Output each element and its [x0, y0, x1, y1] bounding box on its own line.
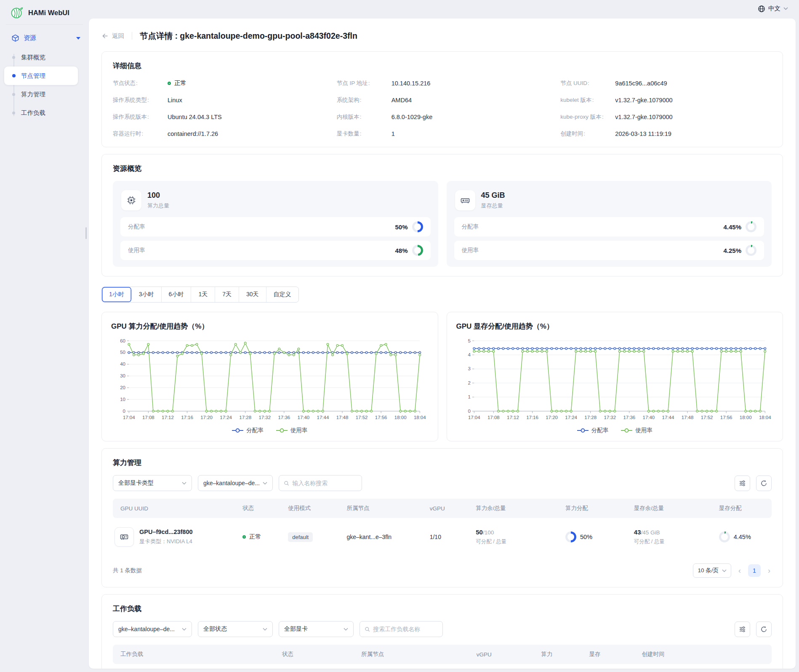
- svg-text:17:04: 17:04: [468, 415, 480, 420]
- app-logo[interactable]: HAMi WebUI: [0, 0, 89, 24]
- detail-field-label: 容器运行时: [113, 130, 168, 138]
- gpu-table-row[interactable]: GPU–f9cd...23f800 显卡类型：NVIDIA L4 正常 defa…: [113, 518, 772, 556]
- time-tab-30天[interactable]: 30天: [239, 287, 266, 302]
- workload-status-select[interactable]: 全部状态: [198, 621, 273, 637]
- svg-text:0: 0: [123, 409, 125, 414]
- metric-value: 4.45%: [723, 223, 741, 231]
- chart-card: GPU 显存分配/使用趋势（%）01234517:0417:0817:1217:…: [447, 312, 783, 441]
- column-header-显存余/总量: 显存余/总量: [628, 499, 713, 518]
- legend-item-分配率[interactable]: 分配率: [577, 427, 609, 434]
- timeline-dot: [12, 74, 16, 77]
- workload-node-select[interactable]: gke–kantaloupe–de...: [113, 621, 192, 637]
- workload-gpu-select[interactable]: 全部显卡: [279, 621, 354, 637]
- workload-search-input[interactable]: [373, 626, 438, 632]
- refresh-button[interactable]: [756, 622, 772, 637]
- legend-item-使用率[interactable]: 使用率: [276, 427, 308, 434]
- svg-text:17:28: 17:28: [584, 415, 597, 420]
- usage-mode-tag: default: [288, 532, 313, 542]
- time-tab-7天[interactable]: 7天: [215, 287, 239, 302]
- svg-text:20: 20: [120, 385, 125, 390]
- legend-label: 分配率: [591, 427, 609, 434]
- resource-overview-title: 资源概览: [113, 164, 772, 173]
- svg-text:17:28: 17:28: [239, 415, 251, 420]
- metric-donut-icon: [746, 245, 756, 256]
- column-header-使用模式: 使用模式: [282, 499, 341, 518]
- sidebar-item-3[interactable]: 工作负载: [4, 104, 78, 122]
- legend-item-分配率[interactable]: 分配率: [232, 427, 264, 434]
- column-header-显存分配: 显存分配: [713, 499, 772, 518]
- svg-text:17:48: 17:48: [336, 415, 349, 420]
- svg-text:17:12: 17:12: [507, 415, 519, 420]
- page-number-button[interactable]: 1: [748, 564, 761, 577]
- workload-table-row[interactable]: gpuburn–...–lb77m 运行中 gke–kant...e–3fln …: [113, 664, 772, 669]
- legend-marker-icon: [577, 428, 589, 433]
- node-select[interactable]: gke–kantaloupe–de...: [198, 475, 273, 491]
- page-size-select[interactable]: 10 条/页: [693, 563, 731, 578]
- charts-row: GPU 算力分配/使用趋势（%）010203040506017:0417:081…: [101, 312, 783, 441]
- metric-label: 分配率: [128, 223, 145, 231]
- top-bar: 中文: [0, 0, 799, 19]
- sidebar-item-2[interactable]: 算力管理: [4, 85, 78, 104]
- time-tab-6小时[interactable]: 6小时: [162, 287, 192, 302]
- gpu-type-select-value: 全部显卡类型: [118, 479, 154, 487]
- refresh-icon: [760, 480, 767, 487]
- gpu-uuid[interactable]: GPU–f9cd...23f800: [139, 529, 193, 535]
- column-settings-button[interactable]: [735, 475, 750, 491]
- legend-label: 使用率: [290, 427, 308, 434]
- status-ring-icon: [168, 82, 171, 85]
- detail-field-3: 操作系统类型Linux: [113, 96, 324, 104]
- caret-down-icon: [76, 37, 80, 40]
- chevron-down-icon: [182, 482, 186, 485]
- legend-item-使用率[interactable]: 使用率: [621, 427, 653, 434]
- time-range-tabs: 1小时3小时6小时1天7天30天自定义: [101, 287, 299, 303]
- status-ring-icon: [242, 535, 246, 539]
- time-tab-自定义[interactable]: 自定义: [266, 287, 298, 302]
- time-tab-1天[interactable]: 1天: [191, 287, 215, 302]
- gpu-table-header-row: GPU UUID状态使用模式所属节点vGPU算力余/总量算力分配显存余/总量显存…: [113, 499, 772, 518]
- sidebar-item-1[interactable]: 节点管理: [4, 66, 78, 85]
- gpu-search-box: [279, 475, 362, 491]
- compute-remain-caption: 可分配 / 总量: [476, 538, 554, 545]
- compute-management-title: 算力管理: [113, 458, 772, 467]
- compute-total: /100: [483, 529, 494, 536]
- detail-field-1: 节点 IP 地址10.140.15.216: [337, 79, 548, 87]
- svg-text:17:08: 17:08: [487, 415, 500, 420]
- sidebar-resize-handle[interactable]: [85, 227, 87, 239]
- refresh-button[interactable]: [756, 475, 772, 491]
- time-tab-3小时[interactable]: 3小时: [132, 287, 162, 302]
- workload-card: 工作负载 gke–kantaloupe–de... 全部状态 全部显卡: [101, 594, 783, 669]
- main-content: 返回 节点详情 : gke-kantaloupe-demo-gpu-pool-a…: [89, 19, 796, 669]
- back-button[interactable]: 返回: [101, 32, 124, 40]
- chevron-down-icon: [722, 569, 727, 572]
- svg-text:17:24: 17:24: [565, 415, 577, 420]
- svg-text:17:20: 17:20: [546, 415, 558, 420]
- chart-legend: 分配率使用率: [456, 427, 774, 434]
- sidebar-item-0[interactable]: 集群概览: [4, 48, 78, 66]
- detail-field-value: 正常: [168, 79, 186, 87]
- detail-field-4: 系统架构AMD64: [337, 96, 548, 104]
- next-page-button[interactable]: ›: [767, 567, 772, 574]
- svg-text:17:36: 17:36: [278, 415, 290, 420]
- workload-gpu-select-value: 全部显卡: [284, 625, 308, 633]
- column-settings-button[interactable]: [735, 622, 750, 637]
- compute-alloc-donut: [565, 531, 576, 542]
- compute-filter-row: 全部显卡类型 gke–kantaloupe–de...: [113, 475, 772, 491]
- sidebar-submenu: 集群概览节点管理算力管理工作负载: [0, 48, 89, 122]
- legend-marker-icon: [276, 428, 288, 433]
- gpu-type-select[interactable]: 全部显卡类型: [113, 475, 192, 491]
- detail-field-value: 9a615c96...a06c49: [615, 80, 667, 87]
- timeline-dot: [12, 112, 15, 114]
- detail-field-value: 2026-03-13 11:19:19: [615, 130, 671, 137]
- svg-text:4: 4: [468, 352, 471, 357]
- gpu-search-input[interactable]: [292, 480, 357, 486]
- detail-field-7: 内核版本6.8.0-1029-gke: [337, 113, 548, 121]
- time-tab-1小时[interactable]: 1小时: [102, 287, 132, 302]
- chart-legend: 分配率使用率: [111, 427, 429, 434]
- sidebar-group-resources[interactable]: 资源: [0, 29, 89, 47]
- detail-field-label: 节点状态: [113, 80, 168, 87]
- globe-icon: [758, 5, 765, 13]
- language-switcher[interactable]: 中文: [758, 5, 788, 13]
- prev-page-button[interactable]: ‹: [737, 567, 742, 574]
- sidebar-item-label: 算力管理: [21, 90, 45, 98]
- gpu-table-footer: 共 1 条数据 10 条/页 ‹ 1 ›: [113, 563, 772, 578]
